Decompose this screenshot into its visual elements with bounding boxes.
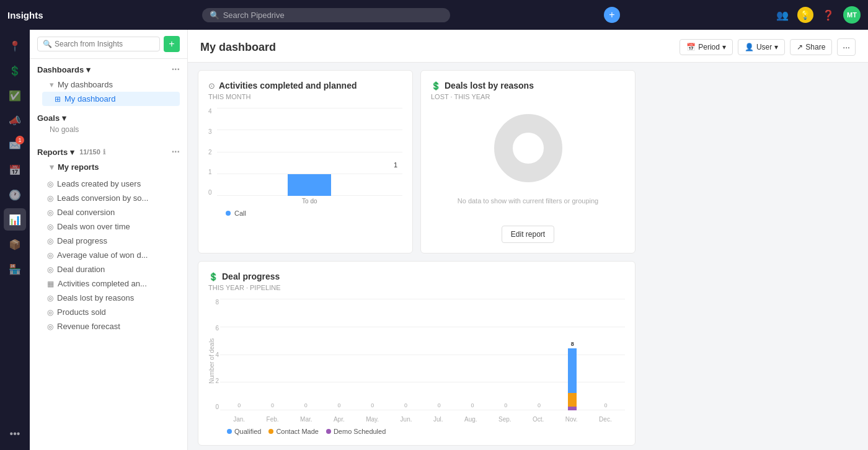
- card-activities: ⊙ Activities completed and planned THIS …: [198, 70, 413, 254]
- rail-store-icon[interactable]: 🏪: [4, 258, 26, 280]
- deal-progress-legend: Qualified Contact Made Demo Scheduled: [208, 428, 625, 435]
- sidebar-item-deal-conversion[interactable]: ◎ Deal conversion: [30, 205, 187, 219]
- share-label: Share: [805, 43, 825, 51]
- rail-chart-icon[interactable]: 📊: [4, 208, 26, 231]
- sidebar-item-deal-progress[interactable]: ◎ Deal progress: [30, 234, 187, 248]
- reports-header[interactable]: Reports ▾ 11/150 ℹ ···: [37, 146, 180, 157]
- chevron-icon-reports: ▾: [50, 162, 54, 172]
- sidebar-item-leads-created[interactable]: ◎ Leads created by users: [30, 177, 187, 191]
- sidebar-item-revenue-forecast[interactable]: ◎ Revenue forecast: [30, 319, 187, 333]
- deal-progress-subtitle: THIS YEAR · PIPELINE: [208, 284, 625, 291]
- dashboard-grid: ⊙ Activities completed and planned THIS …: [188, 63, 868, 450]
- rail-megaphone-icon[interactable]: 📣: [4, 109, 26, 131]
- report-icon-9: ◎: [47, 294, 53, 302]
- no-data-text: No data to show with current filters or …: [458, 197, 598, 205]
- search-icon: 🔍: [210, 11, 219, 20]
- sidebar-add-button[interactable]: +: [164, 36, 180, 52]
- sidebar-search-box[interactable]: 🔍: [37, 37, 160, 51]
- users-icon[interactable]: 👥: [774, 6, 791, 24]
- activities-subtitle: THIS MONTH: [208, 93, 402, 100]
- my-reports-label: My reports: [58, 162, 99, 172]
- period-label: Period: [698, 43, 720, 51]
- dashboards-label: Dashboards: [37, 65, 84, 74]
- goals-header[interactable]: Goals ▾: [37, 113, 180, 123]
- chevron-icon: ▾: [50, 80, 54, 89]
- share-button[interactable]: ↗ Share: [790, 39, 832, 55]
- rail-mail-icon[interactable]: ✉️ 1: [4, 134, 26, 156]
- sidebar-item-deals-lost[interactable]: ◎ Deals lost by reasons: [30, 291, 187, 305]
- report-icon-1: ◎: [47, 180, 53, 188]
- rail-calendar-icon[interactable]: 📅: [4, 159, 26, 181]
- reports-info-icon[interactable]: ℹ: [103, 148, 105, 156]
- add-button[interactable]: +: [604, 7, 620, 23]
- sidebar-search-input[interactable]: [55, 40, 154, 48]
- report-icon-5: ◎: [47, 237, 53, 245]
- activities-title: Activities completed and planned: [219, 81, 357, 90]
- avatar[interactable]: MT: [843, 6, 861, 24]
- dashboards-more-icon[interactable]: ···: [172, 64, 180, 75]
- rail-dollar-icon[interactable]: 💲: [4, 60, 26, 82]
- my-dashboard-label: My dashboard: [64, 94, 115, 104]
- deals-lost-subtitle: LOST · THIS YEAR: [431, 93, 625, 100]
- sidebar-item-activities-completed[interactable]: ▦ Activities completed an...: [30, 276, 187, 291]
- reports-section: Reports ▾ 11/150 ℹ ··· ▾ My reports: [30, 141, 187, 177]
- period-chevron-icon: ▾: [722, 43, 726, 51]
- report-icon-8: ▦: [47, 280, 54, 288]
- user-button[interactable]: 👤 User ▾: [738, 39, 785, 55]
- sidebar-my-reports[interactable]: ▾ My reports: [42, 160, 180, 174]
- report-icon-6: ◎: [47, 251, 53, 260]
- sidebar-item-my-dashboard[interactable]: ⊞ My dashboard: [42, 92, 180, 106]
- help-icon[interactable]: ❓: [820, 6, 837, 24]
- icon-rail: 📍 💲 ✅ 📣 ✉️ 1 📅 🕐 📊 📦 🏪 •••: [0, 30, 30, 450]
- header-more-button[interactable]: ···: [837, 38, 856, 56]
- period-button[interactable]: 📅 Period ▾: [680, 39, 733, 55]
- reports-label: Reports: [37, 148, 68, 157]
- card-deal-progress-header: 💲 Deal progress: [208, 271, 625, 281]
- sidebar-item-products-sold[interactable]: ◎ Products sold: [30, 305, 187, 319]
- sidebar-item-my-dashboards[interactable]: ▾ My dashboards: [42, 77, 180, 92]
- deal-progress-card-icon: 💲: [208, 272, 218, 281]
- deals-lost-edit-btn[interactable]: Edit report: [502, 226, 554, 243]
- deal-progress-title: Deal progress: [222, 271, 280, 281]
- goals-section: Goals ▾ No goals: [30, 108, 187, 141]
- sidebar-search-area: 🔍 +: [30, 30, 187, 59]
- card-activities-header: ⊙ Activities completed and planned: [208, 81, 402, 90]
- report-icon-2: ◎: [47, 194, 53, 203]
- goals-chevron-icon: ▾: [62, 113, 66, 123]
- sidebar-item-avg-value[interactable]: ◎ Average value of won d...: [30, 248, 187, 262]
- global-search-bar[interactable]: 🔍: [202, 8, 450, 22]
- activities-legend-call: Call: [234, 210, 246, 217]
- grid-icon: ⊞: [55, 95, 61, 104]
- sidebar-item-leads-conversion[interactable]: ◎ Leads conversion by so...: [30, 191, 187, 205]
- reports-count: 11/150: [79, 148, 100, 156]
- nav-icons: 👥 💡 ❓ MT: [774, 6, 861, 24]
- bulb-icon[interactable]: 💡: [797, 7, 813, 23]
- report-items-list: ◎ Leads created by users ◎ Leads convers…: [30, 177, 187, 333]
- sidebar-item-deal-duration[interactable]: ◎ Deal duration: [30, 262, 187, 276]
- activities-card-icon: ⊙: [208, 81, 215, 90]
- sidebar-item-deals-won[interactable]: ◎ Deals won over time: [30, 219, 187, 234]
- top-navigation: Insights 🔍 + 👥 💡 ❓ MT: [0, 0, 868, 30]
- report-icon-10: ◎: [47, 308, 53, 317]
- card-deal-progress: 💲 Deal progress THIS YEAR · PIPELINE Num…: [198, 261, 636, 446]
- rail-clock-icon[interactable]: 🕐: [4, 183, 26, 206]
- sidebar: 🔍 + Dashboards ▾ ··· ▾ My dashboards ⊞ M…: [30, 30, 188, 450]
- dashboards-header[interactable]: Dashboards ▾ ···: [37, 64, 180, 75]
- rail-check-icon[interactable]: ✅: [4, 84, 26, 107]
- header-actions: 📅 Period ▾ 👤 User ▾ ↗ Share ···: [680, 38, 856, 56]
- rail-more-icon[interactable]: •••: [4, 423, 26, 445]
- user-icon: 👤: [745, 43, 754, 51]
- global-search-input[interactable]: [223, 11, 443, 20]
- dashboards-section: Dashboards ▾ ··· ▾ My dashboards ⊞ My da…: [30, 59, 187, 108]
- rail-box-icon[interactable]: 📦: [4, 233, 26, 255]
- report-icon-7: ◎: [47, 265, 53, 274]
- legend-demo-scheduled: Demo Scheduled: [334, 428, 386, 435]
- card-deals-lost-header: 💲 Deals lost by reasons: [431, 81, 625, 90]
- legend-qualified: Qualified: [234, 428, 261, 435]
- card-deals-lost: 💲 Deals lost by reasons LOST · THIS YEAR…: [420, 70, 636, 254]
- rail-location-icon[interactable]: 📍: [4, 35, 26, 57]
- reports-more-icon[interactable]: ···: [172, 146, 180, 157]
- pie-chart: [494, 114, 562, 182]
- goals-label: Goals: [37, 113, 60, 123]
- reports-chevron-icon: ▾: [70, 148, 74, 157]
